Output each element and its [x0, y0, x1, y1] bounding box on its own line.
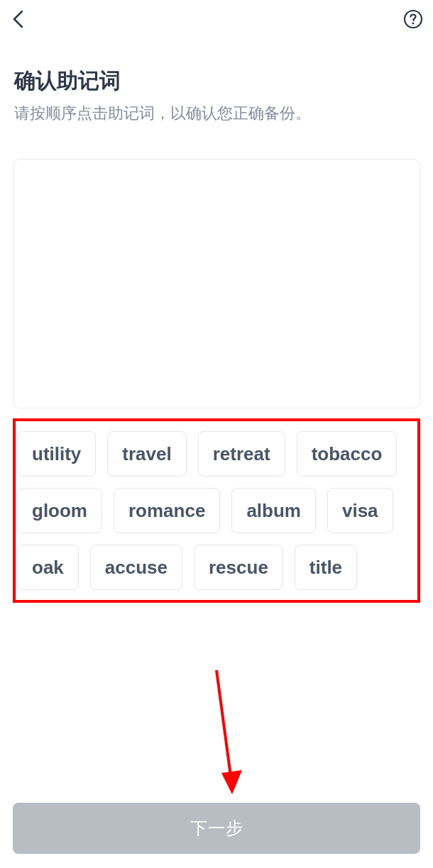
word-chip-tobacco[interactable]: tobacco: [297, 431, 398, 477]
chevron-left-icon: [11, 9, 26, 29]
next-button[interactable]: 下一步: [13, 803, 420, 854]
word-chip-retreat[interactable]: retreat: [198, 431, 285, 477]
page-subtitle: 请按顺序点击助记词，以确认您正确备份。: [14, 101, 419, 125]
arrow-annotation-icon: [209, 667, 251, 808]
word-chip-rescue[interactable]: rescue: [194, 545, 283, 590]
word-chip-travel[interactable]: travel: [107, 431, 186, 477]
back-button[interactable]: [10, 11, 27, 28]
word-chip-oak[interactable]: oak: [17, 545, 79, 590]
title-section: 确认助记词 请按顺序点击助记词，以确认您正确备份。: [0, 38, 433, 125]
word-chip-accuse[interactable]: accuse: [90, 545, 182, 590]
word-chip-gloom[interactable]: gloom: [17, 488, 102, 533]
header: [0, 0, 433, 38]
word-chip-title[interactable]: title: [295, 545, 357, 590]
mnemonic-words-container: utility travel retreat tobacco gloom rom…: [13, 418, 420, 603]
word-chip-album[interactable]: album: [231, 488, 316, 533]
word-chip-romance[interactable]: romance: [114, 488, 220, 533]
next-button-label: 下一步: [190, 817, 243, 840]
word-chip-visa[interactable]: visa: [327, 488, 393, 533]
svg-marker-3: [221, 770, 242, 794]
svg-point-1: [412, 23, 415, 25]
question-circle-icon: [403, 9, 423, 29]
page-title: 确认助记词: [14, 67, 419, 96]
word-chip-utility[interactable]: utility: [17, 431, 96, 477]
help-button[interactable]: [403, 9, 423, 29]
svg-line-2: [217, 670, 231, 781]
selected-words-area[interactable]: [13, 159, 420, 408]
